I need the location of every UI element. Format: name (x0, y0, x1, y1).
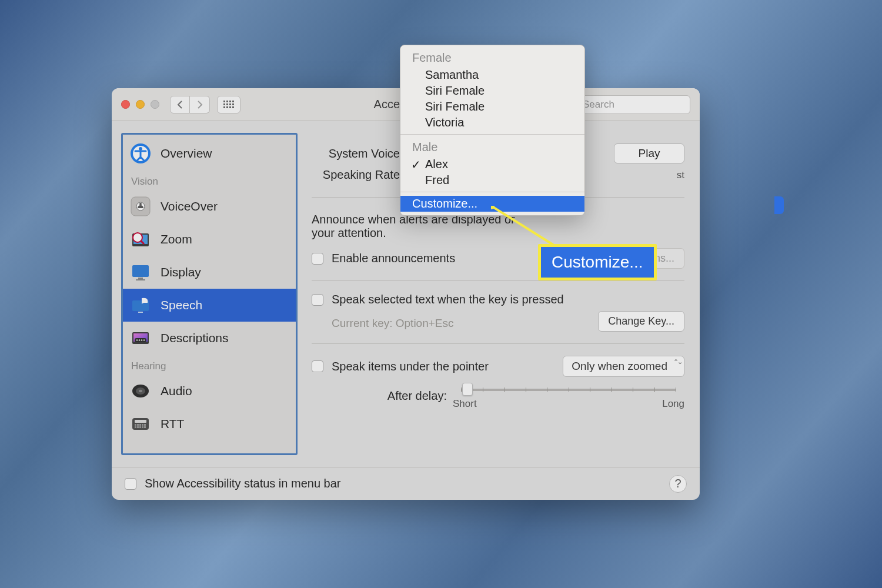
sidebar-header-vision: Vision (123, 170, 296, 190)
voiceover-icon (129, 195, 152, 218)
dropdown-separator (400, 192, 584, 192)
sidebar-item-audio[interactable]: Audio (123, 375, 296, 407)
sidebar-item-label: VoiceOver (161, 199, 218, 213)
sidebar-item-label: Display (161, 265, 201, 279)
zoom-icon (129, 228, 152, 251)
svg-rect-31 (139, 424, 141, 426)
svg-rect-12 (132, 265, 149, 277)
voice-samantha[interactable]: Samantha (400, 67, 584, 83)
sidebar-item-descriptions[interactable]: Descriptions (123, 322, 296, 355)
svg-point-4 (139, 147, 142, 151)
zoom-window-icon (151, 100, 159, 109)
back-button[interactable] (170, 96, 190, 113)
callout-text: Customize... (552, 253, 643, 271)
dropdown-header-female: Female (400, 49, 584, 67)
system-voice-dropdown[interactable]: Female Samantha Siri Female Siri Female … (400, 45, 585, 216)
svg-rect-29 (135, 424, 136, 426)
accessibility-icon (129, 142, 152, 165)
sidebar-item-label: Overview (161, 146, 212, 161)
rate-fast-abbrev: st (677, 169, 684, 181)
window-controls (121, 100, 159, 109)
voice-alex[interactable]: Alex (400, 156, 584, 172)
sidebar-item-label: RTT (161, 417, 184, 431)
play-button[interactable]: Play (614, 143, 684, 163)
forward-button[interactable] (190, 96, 210, 113)
svg-rect-30 (137, 424, 139, 426)
rtt-icon (129, 412, 152, 436)
speech-icon (129, 293, 152, 317)
speak-pointer-checkbox[interactable] (312, 360, 323, 372)
divider (312, 343, 684, 344)
svg-rect-32 (142, 424, 143, 426)
svg-rect-34 (135, 426, 136, 428)
sidebar-item-zoom[interactable]: Zoom (123, 223, 296, 256)
voice-victoria[interactable]: Victoria (400, 115, 584, 131)
pointer-mode-select[interactable]: Only when zoomed (563, 356, 684, 377)
svg-rect-28 (135, 420, 146, 423)
voice-fred[interactable]: Fred (400, 172, 584, 188)
enable-announcements-label: Enable announcements (332, 252, 455, 265)
nav-buttons (170, 96, 210, 113)
sidebar-item-label: Speech (161, 298, 202, 312)
display-icon (129, 260, 152, 284)
system-voice-label: System Voice (312, 147, 400, 161)
search-input[interactable]: Search (567, 95, 690, 114)
svg-point-21 (139, 339, 141, 341)
dropdown-separator (400, 134, 584, 135)
svg-point-22 (141, 339, 143, 341)
sidebar-item-rtt[interactable]: RTT (123, 407, 296, 440)
after-delay-label: After delay: (312, 389, 447, 403)
sidebar-item-label: Zoom (161, 232, 192, 246)
sidebar[interactable]: Overview Vision VoiceOver Zoom Display (121, 133, 298, 455)
sidebar-item-overview[interactable]: Overview (123, 137, 296, 170)
svg-point-20 (136, 339, 138, 341)
voice-customize[interactable]: Customize... (400, 196, 584, 212)
slider-short-label: Short (453, 398, 477, 410)
divider (312, 280, 684, 281)
dropdown-header-male: Male (400, 138, 584, 156)
svg-rect-33 (144, 424, 146, 426)
svg-point-23 (143, 339, 145, 341)
svg-rect-38 (144, 426, 146, 428)
show-status-label: Show Accessibility status in menu bar (145, 477, 341, 490)
footer: Show Accessibility status in menu bar ? (112, 467, 700, 500)
svg-rect-35 (137, 426, 139, 428)
sidebar-header-hearing: Hearing (123, 355, 296, 375)
descriptions-icon (129, 326, 152, 350)
help-button[interactable]: ? (669, 475, 687, 493)
minimize-icon[interactable] (136, 100, 145, 109)
sidebar-item-label: Descriptions (161, 331, 229, 345)
select-arrow-chip (774, 196, 784, 214)
enable-announcements-checkbox[interactable] (312, 253, 323, 265)
change-key-button[interactable]: Change Key... (598, 311, 684, 332)
show-status-checkbox[interactable] (125, 478, 136, 490)
current-key-label: Current key: Option+Esc (332, 317, 454, 330)
audio-icon (129, 379, 152, 403)
svg-rect-14 (136, 279, 145, 280)
voice-siri-female-1[interactable]: Siri Female (400, 83, 584, 99)
sidebar-item-display[interactable]: Display (123, 256, 296, 289)
search-placeholder: Search (583, 99, 614, 111)
sidebar-item-label: Audio (161, 384, 192, 398)
sidebar-item-voiceover[interactable]: VoiceOver (123, 190, 296, 223)
svg-rect-36 (139, 426, 141, 428)
voice-siri-female-2[interactable]: Siri Female (400, 99, 584, 115)
svg-point-7 (139, 203, 142, 205)
show-all-button[interactable] (217, 96, 240, 113)
slider-long-label: Long (662, 398, 684, 410)
speak-selected-label: Speak selected text when the key is pres… (332, 293, 564, 306)
close-icon[interactable] (121, 100, 130, 109)
speak-selected-checkbox[interactable] (312, 294, 323, 306)
speaking-rate-label: Speaking Rate (312, 168, 400, 182)
sidebar-item-speech[interactable]: Speech (123, 289, 296, 322)
speak-pointer-label: Speak items under the pointer (332, 360, 489, 373)
svg-rect-37 (142, 426, 143, 428)
play-label: Play (639, 147, 660, 160)
delay-slider[interactable] (461, 382, 676, 397)
svg-rect-13 (138, 278, 143, 279)
svg-rect-16 (138, 312, 143, 313)
callout-customize: Customize... (538, 244, 657, 280)
announce-text-2: your attention. (312, 226, 386, 239)
svg-point-26 (139, 390, 142, 392)
